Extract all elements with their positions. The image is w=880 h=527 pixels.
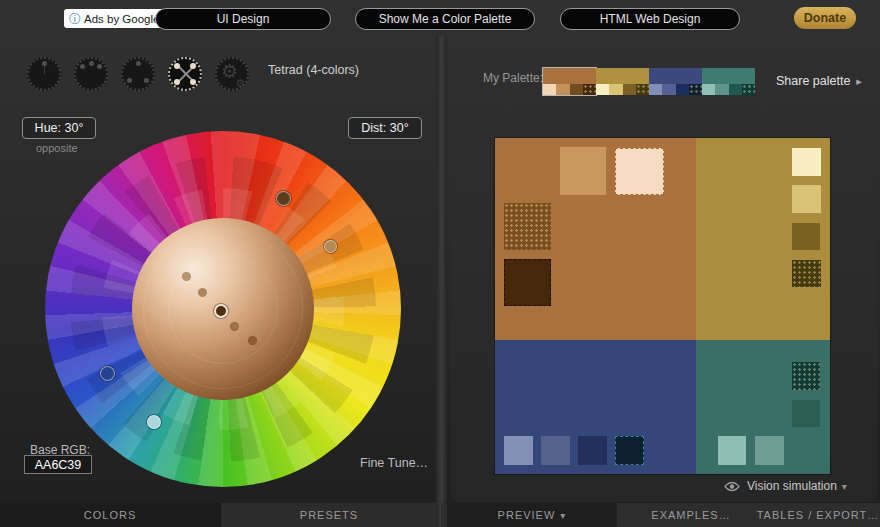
scheme-name-label: Tetrad (4-colors) — [268, 63, 359, 77]
ads-label: Ads by Google — [84, 13, 159, 25]
palette-group-complement-teal[interactable] — [702, 68, 755, 95]
wheel-marker-complement[interactable] — [147, 415, 161, 429]
wheel-marker-secondary1[interactable] — [276, 191, 291, 206]
sphere-marker-base[interactable] — [214, 304, 228, 318]
preview-swatch[interactable] — [578, 436, 607, 465]
scheme-type-selector — [27, 57, 249, 91]
tetrad-scheme-icon[interactable] — [168, 57, 202, 91]
sphere-marker-2[interactable] — [199, 289, 206, 296]
preview-swatch[interactable] — [792, 362, 820, 390]
info-icon — [69, 13, 81, 25]
base-rgb-input[interactable] — [24, 455, 92, 474]
wheel-marker-primary-hue[interactable] — [324, 240, 337, 253]
ads-by-google-chip[interactable]: Ads by Google — [64, 9, 166, 28]
wheel-marker-secondary2[interactable] — [100, 366, 115, 381]
ad-link-ui-design[interactable]: UI Design — [155, 8, 331, 30]
triad-scheme-icon[interactable] — [121, 57, 155, 91]
preview-swatch[interactable] — [792, 223, 820, 250]
sphere-marker-1[interactable] — [183, 273, 190, 280]
eye-icon — [724, 481, 740, 492]
monochromatic-scheme-icon[interactable] — [27, 57, 61, 91]
tab-tables-export[interactable]: TABLES / EXPORT… — [756, 503, 880, 527]
sphere-marker-5[interactable] — [249, 337, 256, 344]
panel-divider — [436, 36, 447, 527]
tab-presets[interactable]: PRESETS — [220, 503, 437, 527]
preview-swatch[interactable] — [615, 148, 664, 195]
palette-group-primary[interactable] — [543, 68, 596, 95]
my-palette-label: My Palette: — [483, 71, 543, 85]
preview-swatch[interactable] — [792, 148, 821, 176]
preview-swatch[interactable] — [504, 203, 551, 250]
my-palette-strip — [543, 68, 755, 95]
preview-swatch[interactable] — [615, 436, 644, 465]
gear-small-icon — [235, 77, 245, 90]
preview-swatch[interactable] — [560, 147, 606, 195]
preview-swatch[interactable] — [718, 436, 746, 465]
adjacent-scheme-icon[interactable] — [74, 57, 108, 91]
preview-swatch[interactable] — [792, 185, 821, 213]
tab-preview[interactable]: PREVIEW — [447, 503, 617, 527]
vision-simulation-label: Vision simulation — [747, 479, 847, 493]
tab-examples[interactable]: EXAMPLES… — [626, 503, 756, 527]
preview-swatch[interactable] — [792, 260, 821, 287]
palette-group-secondary-navy[interactable] — [649, 68, 702, 95]
tab-colors[interactable]: COLORS — [0, 503, 220, 527]
live-preview[interactable] — [494, 137, 831, 475]
vision-simulation-toggle[interactable]: Vision simulation — [724, 479, 847, 493]
ad-link-html-web-design[interactable]: HTML Web Design — [560, 8, 740, 30]
share-palette-link[interactable]: Share palette — [776, 74, 862, 88]
donate-button[interactable]: Donate — [794, 7, 856, 29]
color-wheel[interactable] — [45, 131, 401, 487]
sphere-marker-4[interactable] — [231, 323, 238, 330]
palette-group-secondary-gold[interactable] — [596, 68, 649, 95]
preview-swatch[interactable] — [504, 259, 551, 306]
ad-link-color-palette[interactable]: Show Me a Color Palette — [355, 8, 535, 30]
preview-swatch[interactable] — [792, 400, 820, 427]
preview-swatch[interactable] — [504, 436, 533, 465]
preview-swatch[interactable] — [755, 436, 784, 465]
left-tab-bar: COLORS PRESETS — [0, 503, 437, 527]
freestyle-scheme-icon[interactable] — [215, 57, 249, 91]
preview-swatch[interactable] — [541, 436, 570, 465]
fine-tune-link[interactable]: Fine Tune… — [360, 456, 428, 470]
